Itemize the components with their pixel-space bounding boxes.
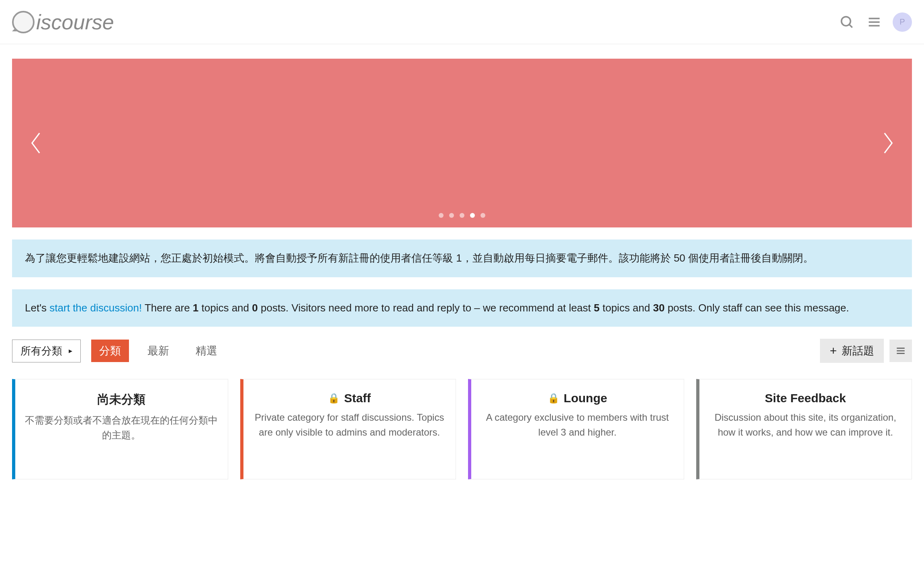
header-actions: P <box>838 12 912 32</box>
carousel-dot[interactable] <box>460 213 464 218</box>
nav-left: 所有分類 ▸ 分類 最新 精選 <box>12 340 225 362</box>
category-description: Private category for staff discussions. … <box>253 410 446 440</box>
category-card[interactable]: 🔒StaffPrivate category for staff discuss… <box>240 379 456 479</box>
plus-icon: + <box>830 344 837 358</box>
category-title-text: Site Feedback <box>765 391 846 405</box>
carousel-next-button[interactable] <box>876 126 901 160</box>
category-card[interactable]: 🔒LoungeA category exclusive to members w… <box>468 379 684 479</box>
topics-count: 1 <box>193 302 198 314</box>
new-topic-button[interactable]: + 新話題 <box>820 339 884 363</box>
hamburger-icon <box>895 346 906 356</box>
carousel-banner <box>12 59 912 227</box>
tab-latest[interactable]: 最新 <box>139 340 177 362</box>
site-logo[interactable]: iscourse <box>12 10 114 34</box>
category-title: 🔒Lounge <box>548 391 607 405</box>
tab-featured[interactable]: 精選 <box>188 340 225 362</box>
start-discussion-notice: Let's start the discussion! There are 1 … <box>12 289 912 327</box>
category-title-text: Staff <box>344 391 371 405</box>
notice-text: posts. Only staff can see this message. <box>664 302 849 314</box>
chevron-left-icon <box>28 131 43 156</box>
category-card[interactable]: Site FeedbackDiscussion about this site,… <box>696 379 912 479</box>
category-title: 🔒Staff <box>328 391 371 405</box>
notice-text: There are <box>142 302 193 314</box>
notice-text: posts. Visitors need more to read and re… <box>258 302 594 314</box>
categories-grid: 尚未分類不需要分類或者不適合放在現在的任何分類中的主題。🔒StaffPrivat… <box>12 379 912 479</box>
carousel-dot[interactable] <box>449 213 454 218</box>
search-icon <box>840 15 854 29</box>
tab-categories[interactable]: 分類 <box>91 340 129 362</box>
new-topic-label: 新話題 <box>842 344 874 358</box>
chevron-right-icon <box>881 131 896 156</box>
notice-text: Let's <box>25 302 49 314</box>
category-title: 尚未分類 <box>97 391 145 408</box>
rec-topics: 5 <box>594 302 599 314</box>
category-title-text: 尚未分類 <box>97 391 145 408</box>
navigation-row: 所有分類 ▸ 分類 最新 精選 + 新話題 <box>12 339 912 363</box>
svg-line-1 <box>849 25 852 28</box>
category-dropdown-label: 所有分類 <box>20 344 62 358</box>
category-dropdown[interactable]: 所有分類 ▸ <box>12 340 81 362</box>
logo-text: iscourse <box>36 10 114 34</box>
category-card[interactable]: 尚未分類不需要分類或者不適合放在現在的任何分類中的主題。 <box>12 379 228 479</box>
category-title-text: Lounge <box>564 391 607 405</box>
start-discussion-link[interactable]: start the discussion! <box>49 302 142 314</box>
user-avatar[interactable]: P <box>893 12 912 32</box>
notice-text: topics and <box>600 302 653 314</box>
topic-options-button[interactable] <box>889 340 912 362</box>
carousel-dots <box>439 213 485 218</box>
category-description: Discussion about this site, its organiza… <box>709 410 902 440</box>
carousel-prev-button[interactable] <box>23 126 48 160</box>
notice-text: topics and <box>198 302 252 314</box>
category-title: Site Feedback <box>765 391 846 405</box>
bootstrap-mode-notice: 為了讓您更輕鬆地建設網站，您正處於初始模式。將會自動授予所有新註冊的使用者信任等… <box>12 239 912 277</box>
header: iscourse P <box>0 0 924 44</box>
hamburger-menu-button[interactable] <box>865 13 883 31</box>
discourse-bubble-icon <box>12 11 35 33</box>
svg-point-0 <box>842 16 851 26</box>
avatar-letter: P <box>899 17 905 27</box>
main-container: 為了讓您更輕鬆地建設網站，您正處於初始模式。將會自動授予所有新註冊的使用者信任等… <box>0 44 924 479</box>
carousel-dot[interactable] <box>439 213 444 218</box>
lock-icon: 🔒 <box>328 393 340 404</box>
search-button[interactable] <box>838 13 856 31</box>
posts-count: 0 <box>252 302 258 314</box>
carousel-dot[interactable] <box>470 213 475 218</box>
bootstrap-notice-text: 為了讓您更輕鬆地建設網站，您正處於初始模式。將會自動授予所有新註冊的使用者信任等… <box>25 252 814 264</box>
lock-icon: 🔒 <box>548 393 560 404</box>
chevron-right-icon: ▸ <box>69 346 72 355</box>
rec-posts: 30 <box>653 302 664 314</box>
hamburger-icon <box>867 15 881 29</box>
category-description: A category exclusive to members with tru… <box>481 410 674 440</box>
nav-right: + 新話題 <box>820 339 912 363</box>
category-description: 不需要分類或者不適合放在現在的任何分類中的主題。 <box>25 413 218 442</box>
carousel-dot[interactable] <box>480 213 485 218</box>
